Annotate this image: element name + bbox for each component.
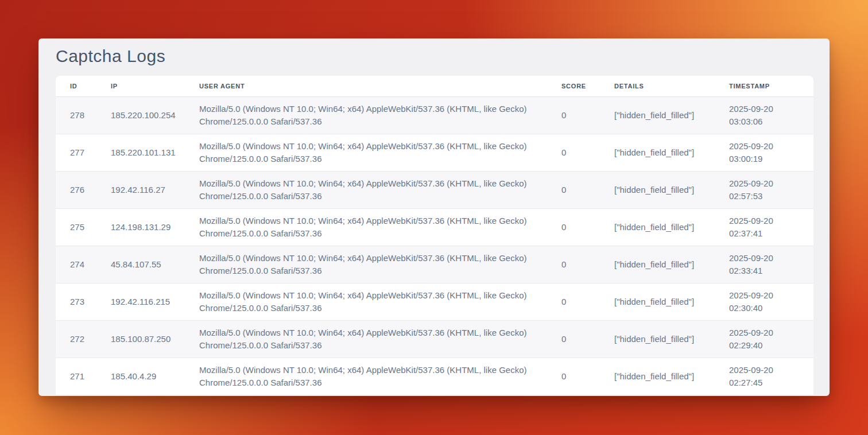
logs-table-container: ID IP USER AGENT SCORE DETAILS TIMESTAMP… [56,76,813,395]
cell-ip: 192.42.116.215 [96,283,185,320]
column-header-score: SCORE [547,76,600,96]
cell-ip: 185.100.87.250 [96,320,185,358]
page-title: Captcha Logs [56,46,812,65]
cell-details: ["hidden_field_filled"] [600,246,715,283]
cell-id: 274 [56,246,96,283]
cell-timestamp: 2025-09-20 02:30:40 [715,283,813,320]
cell-user-agent: Mozilla/5.0 (Windows NT 10.0; Win64; x64… [185,246,547,283]
cell-timestamp: 2025-09-20 02:27:45 [715,358,813,395]
cell-user-agent: Mozilla/5.0 (Windows NT 10.0; Win64; x64… [185,320,547,358]
cell-timestamp: 2025-09-20 03:00:19 [715,134,813,171]
cell-score: 0 [547,320,600,358]
cell-user-agent: Mozilla/5.0 (Windows NT 10.0; Win64; x64… [185,134,547,171]
cell-user-agent: Mozilla/5.0 (Windows NT 10.0; Win64; x64… [185,283,547,320]
cell-timestamp: 2025-09-20 02:29:40 [715,320,813,358]
cell-timestamp: 2025-09-20 02:37:41 [715,208,813,246]
cell-id: 276 [56,171,96,208]
cell-ip: 124.198.131.29 [96,208,185,246]
table-row: 274 45.84.107.55 Mozilla/5.0 (Windows NT… [56,246,813,283]
cell-ip: 192.42.116.27 [96,171,185,208]
column-header-ip: IP [96,76,185,96]
column-header-timestamp: TIMESTAMP [715,76,813,96]
desktop-background: { "page": { "title": "Captcha Logs" }, "… [0,0,868,435]
cell-user-agent: Mozilla/5.0 (Windows NT 10.0; Win64; x64… [185,171,547,208]
cell-score: 0 [547,246,600,283]
card-header: Captcha Logs [38,38,830,76]
cell-ip: 185.220.100.254 [96,96,185,134]
cell-details: ["hidden_field_filled"] [600,320,715,358]
table-row: 278 185.220.100.254 Mozilla/5.0 (Windows… [56,96,813,134]
cell-user-agent: Mozilla/5.0 (Windows NT 10.0; Win64; x64… [185,208,547,246]
cell-timestamp: 2025-09-20 03:03:06 [715,96,813,134]
cell-id: 273 [56,283,96,320]
table-row: 276 192.42.116.27 Mozilla/5.0 (Windows N… [56,171,813,208]
table-row: 271 185.40.4.29 Mozilla/5.0 (Windows NT … [56,358,813,395]
column-header-user-agent: USER AGENT [185,76,547,96]
cell-user-agent: Mozilla/5.0 (Windows NT 10.0; Win64; x64… [185,358,547,395]
cell-timestamp: 2025-09-20 02:33:41 [715,246,813,283]
cell-details: ["hidden_field_filled"] [600,171,715,208]
table-row: 272 185.100.87.250 Mozilla/5.0 (Windows … [56,320,813,358]
column-header-details: DETAILS [600,76,715,96]
cell-ip: 45.84.107.55 [96,246,185,283]
cell-score: 0 [547,208,600,246]
cell-id: 275 [56,208,96,246]
cell-id: 277 [56,134,96,171]
table-row: 275 124.198.131.29 Mozilla/5.0 (Windows … [56,208,813,246]
cell-timestamp: 2025-09-20 02:57:53 [715,171,813,208]
cell-id: 272 [56,320,96,358]
cell-details: ["hidden_field_filled"] [600,283,715,320]
cell-ip: 185.220.101.131 [96,134,185,171]
cell-score: 0 [547,134,600,171]
column-header-id: ID [56,76,96,96]
table-row: 273 192.42.116.215 Mozilla/5.0 (Windows … [56,283,813,320]
cell-score: 0 [547,283,600,320]
table-header-row: ID IP USER AGENT SCORE DETAILS TIMESTAMP [56,76,813,96]
table-row: 277 185.220.101.131 Mozilla/5.0 (Windows… [56,134,813,171]
cell-details: ["hidden_field_filled"] [600,208,715,246]
cell-score: 0 [547,96,600,134]
cell-details: ["hidden_field_filled"] [600,358,715,395]
captcha-logs-table: ID IP USER AGENT SCORE DETAILS TIMESTAMP… [56,76,813,395]
captcha-logs-card: Captcha Logs ID IP USER AGENT SCORE DETA… [38,38,830,396]
cell-details: ["hidden_field_filled"] [600,134,715,171]
cell-id: 271 [56,358,96,395]
cell-details: ["hidden_field_filled"] [600,96,715,134]
cell-ip: 185.40.4.29 [96,358,185,395]
cell-id: 278 [56,96,96,134]
cell-user-agent: Mozilla/5.0 (Windows NT 10.0; Win64; x64… [185,96,547,134]
table-body: 278 185.220.100.254 Mozilla/5.0 (Windows… [56,96,813,395]
cell-score: 0 [547,171,600,208]
cell-score: 0 [547,358,600,395]
